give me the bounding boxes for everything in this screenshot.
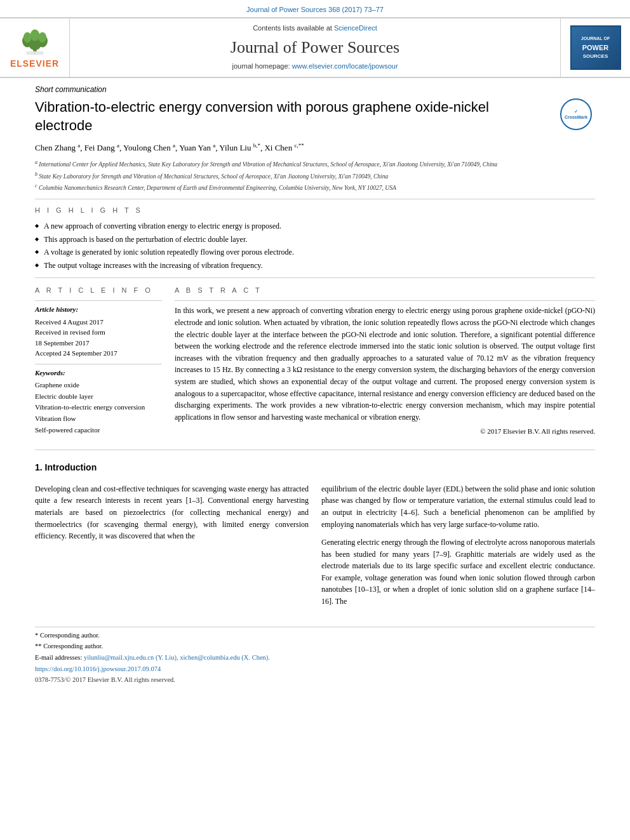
intro-text-right: equilibrium of the electric double layer… (321, 483, 595, 530)
divider-3 (35, 450, 595, 450)
history-label: Article history: (35, 305, 162, 314)
crossmark-badge: ✓ CrossMark (560, 98, 595, 133)
abstract-title: A B S T R A C T (175, 286, 595, 295)
section-heading: 1. Introduction (35, 462, 595, 474)
keyword-3: Vibration-to-electric energy conversion (35, 402, 162, 413)
divider-2 (35, 277, 595, 278)
introduction-section: 1. Introduction Developing clean and cos… (35, 462, 595, 608)
abstract-col: A B S T R A C T In this work, we present… (175, 286, 595, 441)
received-date: Received 4 August 2017 (35, 317, 162, 328)
keyword-5: Self-powered capacitor (35, 425, 162, 436)
article-history: Article history: Received 4 August 2017 … (35, 305, 162, 358)
article-footer: * Corresponding author. ** Corresponding… (35, 627, 595, 685)
copyright: © 2017 Elsevier B.V. All rights reserved… (175, 427, 595, 436)
affiliations: a International Center for Applied Mecha… (35, 159, 595, 192)
intro-text-right-2: Generating electric energy through the f… (321, 537, 595, 608)
journal-header: ELSEVIER Contents lists available at Sci… (0, 17, 630, 77)
title-text: Vibration-to-electric energy conversion … (35, 99, 489, 133)
page: Journal of Power Sources 368 (2017) 73–7… (0, 0, 630, 691)
article-content: Short communication Vibration-to-electri… (0, 78, 630, 692)
journal-title-area: Contents lists available at ScienceDirec… (70, 18, 560, 76)
abstract-text: In this work, we present a new approach … (175, 305, 595, 423)
keywords-section: Keywords: Graphene oxide Electric double… (35, 368, 162, 436)
highlight-item: This approach is based on the perturbati… (35, 234, 595, 245)
article-info-abstract: A R T I C L E I N F O Article history: R… (35, 286, 595, 441)
contents-available-text: Contents lists available at ScienceDirec… (76, 23, 554, 33)
revised-label: Received in revised form (35, 327, 162, 338)
info-divider (35, 300, 162, 301)
email-links[interactable]: yilunliu@mail.xjtu.edu.cn (Y. Liu), xich… (84, 654, 270, 661)
highlights-list: A new approach of converting vibration e… (35, 221, 595, 271)
highlight-item: The output voltage increases with the in… (35, 260, 595, 271)
issn-line: 0378-7753/© 2017 Elsevier B.V. All right… (35, 676, 595, 685)
affiliation-c: c Columbia Nanomechanics Research Center… (35, 182, 595, 192)
affiliation-b: b State Key Laboratory for Strength and … (35, 171, 595, 181)
authors-line: Chen Zhang a, Fei Dang a, Youlong Chen a… (35, 142, 595, 154)
journal-name: Journal of Power Sources (76, 36, 554, 59)
keywords-divider (35, 364, 162, 364)
email-footnote: E-mail addresses: yilunliu@mail.xjtu.edu… (35, 653, 595, 663)
power-sources-logo: JOURNAL OF POWER SOURCES (570, 25, 621, 70)
highlights-section: H I G H L I G H T S A new approach of co… (35, 206, 595, 271)
article-info-title: A R T I C L E I N F O (35, 286, 162, 295)
keyword-1: Graphene oxide (35, 380, 162, 391)
divider-1 (35, 199, 595, 199)
citation-text: Journal of Power Sources 368 (2017) 73–7… (246, 6, 384, 13)
keyword-4: Vibration flow (35, 413, 162, 425)
affiliation-a: a International Center for Applied Mecha… (35, 159, 595, 169)
homepage-label: journal homepage: (232, 62, 290, 70)
elsevier-tree-icon (13, 25, 57, 57)
elsevier-logo: ELSEVIER (10, 25, 59, 70)
intro-col-left: Developing clean and cost-effective tech… (35, 483, 309, 608)
article-info-col: A R T I C L E I N F O Article history: R… (35, 286, 162, 441)
keyword-2: Electric double layer (35, 391, 162, 403)
doi-line: https://doi.org/10.1016/j.jpowsour.2017.… (35, 665, 595, 674)
keywords-label: Keywords: (35, 368, 162, 378)
elsevier-wordmark: ELSEVIER (10, 58, 59, 70)
logo-top-text: JOURNAL OF (581, 36, 610, 42)
article-type-label: Short communication (35, 84, 595, 95)
journal-citation: Journal of Power Sources 368 (2017) 73–7… (0, 0, 630, 17)
power-sources-logo-area: JOURNAL OF POWER SOURCES (560, 18, 630, 76)
accepted-date: Accepted 24 September 2017 (35, 348, 162, 359)
svg-point-6 (38, 32, 46, 43)
revised-date: 18 September 2017 (35, 338, 162, 349)
keywords-list: Graphene oxide Electric double layer Vib… (35, 380, 162, 436)
article-title: Vibration-to-electric energy conversion … (35, 98, 595, 135)
intro-body: Developing clean and cost-effective tech… (35, 483, 595, 608)
crossmark-icon: ✓ CrossMark (560, 98, 592, 130)
intro-col-right: equilibrium of the electric double layer… (321, 483, 595, 608)
footnote-1: * Corresponding author. (35, 631, 595, 641)
svg-point-4 (30, 29, 39, 41)
homepage-text: journal homepage: www.elsevier.com/locat… (76, 62, 554, 71)
highlight-item: A new approach of converting vibration e… (35, 221, 595, 232)
svg-point-5 (23, 32, 31, 43)
doi-link[interactable]: https://doi.org/10.1016/j.jpowsour.2017.… (35, 665, 161, 672)
homepage-link[interactable]: www.elsevier.com/locate/jpowsour (292, 62, 398, 70)
elsevier-logo-area: ELSEVIER (0, 18, 70, 76)
footnote-2: ** Corresponding author. (35, 642, 595, 651)
intro-text-left: Developing clean and cost-effective tech… (35, 483, 309, 542)
highlight-item: A voltage is generated by ionic solution… (35, 247, 595, 258)
highlights-title: H I G H L I G H T S (35, 206, 595, 215)
abstract-divider (175, 300, 595, 301)
logo-bottom-text: SOURCES (583, 53, 608, 60)
logo-middle-text: POWER (582, 43, 609, 53)
email-label: E-mail addresses: (35, 654, 82, 661)
sciencedirect-link[interactable]: ScienceDirect (334, 24, 377, 32)
contents-text: Contents lists available at (253, 24, 332, 32)
crossmark-label: CrossMark (565, 115, 587, 120)
